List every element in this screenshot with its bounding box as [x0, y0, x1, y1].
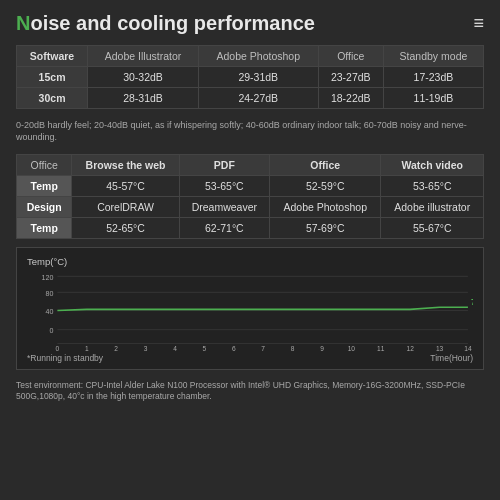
svg-text:14: 14 [464, 345, 472, 351]
test-environment: Test environment: CPU-Intel Alder Lake N… [16, 380, 484, 402]
cell: 29-31dB [198, 67, 318, 88]
noise-note: 0-20dB hardly feel; 20-40dB quiet, as if… [16, 120, 484, 143]
svg-text:2: 2 [114, 345, 118, 351]
cell: 28-31dB [88, 88, 199, 109]
cell: 52-59°C [270, 176, 381, 197]
row-label-temp: Temp [17, 176, 72, 197]
cell: Adobe Photoshop [270, 197, 381, 218]
perf-col-office: Office [270, 155, 381, 176]
svg-text:11: 11 [377, 345, 385, 351]
svg-text:73: 73 [471, 297, 473, 307]
table-row: Design CorelDRAW Dreamweaver Adobe Photo… [17, 197, 484, 218]
noise-col-office: Office [318, 46, 383, 67]
svg-text:40: 40 [45, 307, 53, 316]
svg-text:0: 0 [49, 326, 53, 335]
svg-text:9: 9 [320, 345, 324, 351]
perf-table: Office Browse the web PDF Office Watch v… [16, 154, 484, 239]
row-label-15cm: 15cm [17, 67, 88, 88]
cell: Dreamweaver [179, 197, 269, 218]
svg-text:3: 3 [144, 345, 148, 351]
chart-svg: 120 80 40 0 73 0 1 2 3 4 5 6 7 8 9 [27, 271, 473, 351]
svg-text:12: 12 [406, 345, 414, 351]
cell: 11-19dB [383, 88, 483, 109]
cell: 55-67°C [381, 218, 484, 239]
svg-text:6: 6 [232, 345, 236, 351]
chart-area: 120 80 40 0 73 0 1 2 3 4 5 6 7 8 9 [27, 271, 473, 351]
row-label-design: Design [17, 197, 72, 218]
table-row: Temp 45-57°C 53-65°C 52-59°C 53-65°C [17, 176, 484, 197]
cell: 62-71°C [179, 218, 269, 239]
cell: CorelDRAW [72, 197, 179, 218]
svg-text:10: 10 [348, 345, 356, 351]
svg-text:4: 4 [173, 345, 177, 351]
svg-text:7: 7 [261, 345, 265, 351]
perf-col-pdf: PDF [179, 155, 269, 176]
noise-table-header-row: Software Adobe Illustrator Adobe Photosh… [17, 46, 484, 67]
noise-col-software: Software [17, 46, 88, 67]
svg-text:0: 0 [56, 345, 60, 351]
cell: 30-32dB [88, 67, 199, 88]
chart-x-note: *Running in standby [27, 353, 103, 363]
cell: 53-65°C [381, 176, 484, 197]
cell: Adobe illustrator [381, 197, 484, 218]
cell: 24-27dB [198, 88, 318, 109]
table-row: Temp 52-65°C 62-71°C 57-69°C 55-67°C [17, 218, 484, 239]
title-rest: oise and cooling performance [30, 12, 315, 34]
svg-text:8: 8 [291, 345, 295, 351]
noise-col-photoshop: Adobe Photoshop [198, 46, 318, 67]
menu-icon[interactable]: ≡ [473, 13, 484, 34]
svg-text:120: 120 [42, 273, 54, 282]
chart-footer: *Running in standby Time(Hour) [27, 353, 473, 363]
cell: 17-23dB [383, 67, 483, 88]
cell: 45-57°C [72, 176, 179, 197]
table-row: 30cm 28-31dB 24-27dB 18-22dB 11-19dB [17, 88, 484, 109]
page-title: Noise and cooling performance [16, 12, 315, 35]
noise-table: Software Adobe Illustrator Adobe Photosh… [16, 45, 484, 109]
svg-text:5: 5 [203, 345, 207, 351]
temperature-chart: Temp(°C) 120 80 40 0 73 0 [16, 247, 484, 370]
perf-col-video: Watch video [381, 155, 484, 176]
cell: 52-65°C [72, 218, 179, 239]
chart-title: Temp(°C) [27, 256, 473, 267]
row-label-temp2: Temp [17, 218, 72, 239]
row-label-30cm: 30cm [17, 88, 88, 109]
perf-col-browse: Browse the web [72, 155, 179, 176]
cell: 53-65°C [179, 176, 269, 197]
svg-text:80: 80 [45, 289, 53, 298]
perf-col-label: Office [17, 155, 72, 176]
title-n: N [16, 12, 30, 34]
page-header: Noise and cooling performance ≡ [16, 12, 484, 35]
cell: 23-27dB [318, 67, 383, 88]
svg-text:13: 13 [436, 345, 444, 351]
cell: 57-69°C [270, 218, 381, 239]
noise-col-standby: Standby mode [383, 46, 483, 67]
table-row: 15cm 30-32dB 29-31dB 23-27dB 17-23dB [17, 67, 484, 88]
perf-header-row: Office Browse the web PDF Office Watch v… [17, 155, 484, 176]
chart-time-label: Time(Hour) [430, 353, 473, 363]
svg-text:1: 1 [85, 345, 89, 351]
cell: 18-22dB [318, 88, 383, 109]
noise-col-illustrator: Adobe Illustrator [88, 46, 199, 67]
